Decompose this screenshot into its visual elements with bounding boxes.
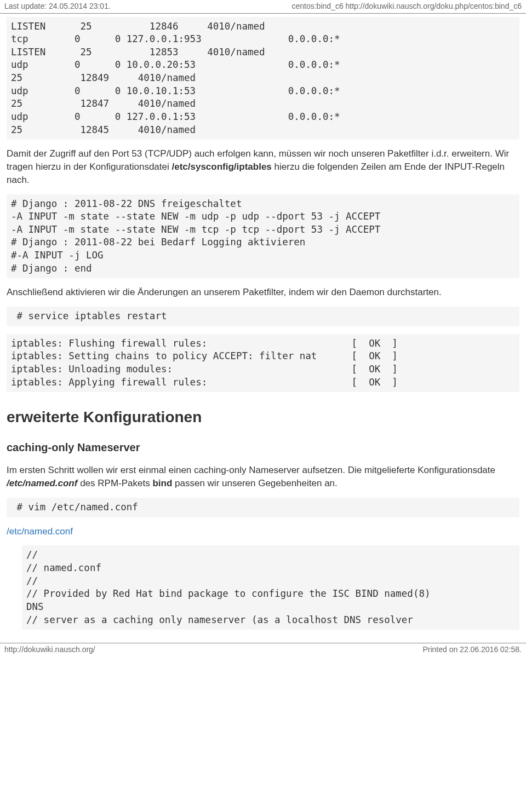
paragraph-paketfilter: Damit der Zugriff auf den Port 53 (TCP/U… xyxy=(7,147,519,186)
page-footer: http://dokuwiki.nausch.org/ Printed on 2… xyxy=(0,643,526,656)
page-header: Last update: 24.05.2014 23:01. centos:bi… xyxy=(0,0,526,14)
iptables-restart-output: iptables: Flushing firewall rules: [ OK … xyxy=(7,334,519,393)
footer-right: Printed on 22.06.2016 02:58. xyxy=(422,644,522,655)
iptables-rules: # Django : 2011-08-22 DNS freigeschaltet… xyxy=(7,194,519,279)
pkg-bind: bind xyxy=(152,478,172,488)
page-content: LISTEN 25 12846 4010/named tcp 0 0 127.0… xyxy=(0,17,526,643)
header-right: centos:bind_c6 http://dokuwiki.nausch.or… xyxy=(291,1,522,12)
named-conf-snippet: // // named.conf // // Provided by Red H… xyxy=(22,545,519,630)
netstat-output: LISTEN 25 12846 4010/named tcp 0 0 127.0… xyxy=(7,17,519,140)
path-named-conf: /etc/named.conf xyxy=(7,478,77,488)
header-left: Last update: 24.05.2014 23:01. xyxy=(4,1,111,12)
footer-left: http://dokuwiki.nausch.org/ xyxy=(4,644,95,655)
link-named-conf[interactable]: /etc/named.conf xyxy=(7,526,73,537)
vim-cmd: # vim /etc/named.conf xyxy=(7,498,519,517)
service-restart-cmd: # service iptables restart xyxy=(7,307,519,326)
text: Im ersten Schritt wollen wir erst einmal… xyxy=(7,465,495,475)
text: passen wir unseren Gegebenheiten an. xyxy=(172,478,337,488)
path-iptables: /etc/sysconfig/iptables xyxy=(171,162,271,172)
paragraph-restart: Anschließend aktivieren wir die Änderung… xyxy=(7,286,519,299)
link-named-conf-wrapper: /etc/named.conf xyxy=(7,525,519,538)
paragraph-caching-intro: Im ersten Schritt wollen wir erst einmal… xyxy=(7,464,519,490)
text: des RPM-Pakets xyxy=(77,478,152,488)
heading-erweiterte: erweiterte Konfigurationen xyxy=(7,406,519,428)
heading-caching-only: caching-only Nameserver xyxy=(7,440,519,455)
